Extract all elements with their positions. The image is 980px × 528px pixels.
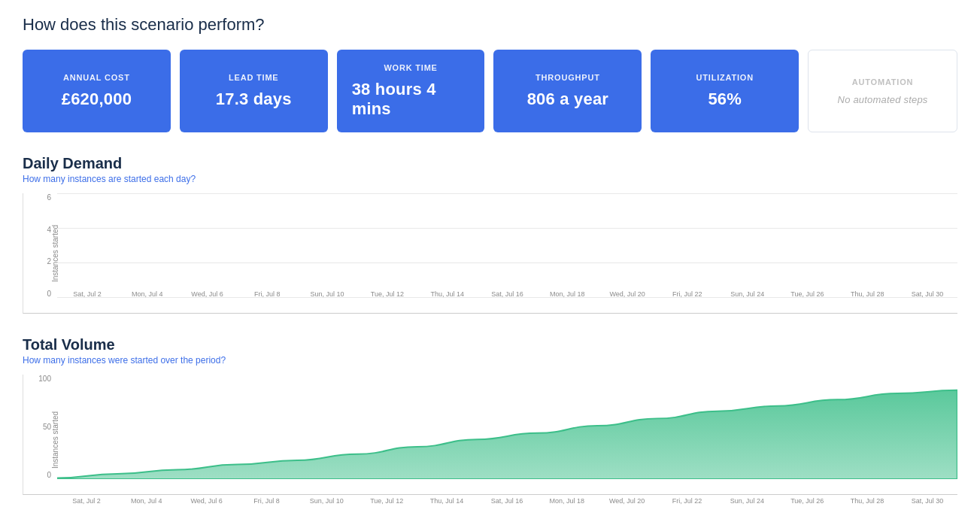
bar-chart-wrapper: Sat, Jul 2Mon, Jul 4Wed, Jul 6Fri, Jul 8…	[57, 193, 957, 298]
kpi-value-automation: No automated steps	[838, 94, 928, 105]
bars-inner: Sat, Jul 2Mon, Jul 4Wed, Jul 6Fri, Jul 8…	[57, 193, 957, 298]
y-axis-labels: 6420	[23, 193, 55, 298]
bar-group: Fri, Jul 8	[237, 288, 297, 298]
kpi-value-work-time: 38 hours 4 mins	[352, 80, 470, 119]
bar-chart-container: 6420 Sat, Jul 2Mon, Jul 4Wed, Jul 6Fri, …	[23, 193, 957, 314]
x-label: Fri, Jul 22	[657, 497, 718, 505]
bar-group: Tue, Jul 26	[778, 288, 838, 298]
x-label: Mon, Jul 18	[537, 497, 597, 505]
y-tick: 2	[47, 257, 51, 266]
x-label: Wed, Jul 6	[177, 497, 237, 505]
kpi-card-utilization: UTILIZATION56%	[651, 50, 799, 132]
daily-demand-section: Daily Demand How many instances are star…	[23, 155, 957, 314]
x-label: Wed, Jul 20	[597, 497, 657, 505]
x-label: Mon, Jul 4	[117, 497, 177, 505]
kpi-value-throughput: 806 a year	[527, 90, 608, 109]
bar-group: Mon, Jul 18	[537, 288, 597, 298]
page-title: How does this scenario perform?	[23, 15, 957, 35]
kpi-label-lead-time: LEAD TIME	[229, 73, 278, 82]
x-label: Thu, Jul 14	[417, 497, 477, 505]
daily-demand-subtitle: How many instances are started each day?	[23, 174, 957, 184]
bar-label: Fri, Jul 8	[254, 290, 281, 298]
kpi-label-annual-cost: ANNUAL COST	[63, 73, 130, 82]
y-tick: 4	[47, 226, 51, 234]
bar-label: Sat, Jul 30	[912, 290, 944, 298]
bar-label: Tue, Jul 26	[790, 290, 824, 298]
bar-group: Fri, Jul 22	[657, 288, 718, 298]
kpi-card-annual-cost: ANNUAL COST£620,000	[23, 50, 171, 132]
y-tick: 6	[47, 193, 51, 202]
x-label: Sat, Jul 16	[477, 497, 537, 505]
bar-label: Sat, Jul 2	[73, 290, 102, 298]
x-labels-area: Sat, Jul 2Mon, Jul 4Wed, Jul 6Fri, Jul 8…	[23, 497, 957, 505]
daily-demand-title: Daily Demand	[23, 155, 957, 172]
bar-label: Sun, Jul 10	[311, 290, 344, 298]
x-label: Sun, Jul 10	[296, 497, 357, 505]
x-label: Tue, Jul 26	[777, 497, 837, 505]
x-label: Sat, Jul 30	[897, 497, 957, 505]
area-svg	[57, 375, 957, 479]
y-tick: 100	[38, 375, 51, 383]
bar-group: Tue, Jul 12	[357, 288, 417, 298]
bar-group: Sat, Jul 30	[897, 288, 957, 298]
kpi-value-utilization: 56%	[708, 90, 742, 109]
bar-group: Mon, Jul 4	[117, 288, 177, 298]
kpi-card-lead-time: LEAD TIME17.3 days	[180, 50, 328, 132]
area-path	[57, 390, 957, 479]
daily-demand-chart: Instances started 6420 Sat, Jul 2Mon, Ju…	[23, 193, 957, 314]
kpi-label-utilization: UTILIZATION	[696, 73, 754, 82]
y-tick: 0	[47, 290, 51, 298]
total-volume-title: Total Volume	[23, 336, 957, 354]
bar-label: Sat, Jul 16	[491, 290, 523, 298]
kpi-value-annual-cost: £620,000	[62, 90, 132, 109]
kpi-label-work-time: WORK TIME	[384, 63, 437, 72]
x-label: Tue, Jul 12	[357, 497, 417, 505]
total-volume-section: Total Volume How many instances were sta…	[23, 336, 957, 505]
bar-label: Sun, Jul 24	[730, 290, 764, 298]
bar-group: Thu, Jul 14	[417, 288, 478, 298]
bar-group: Thu, Jul 28	[837, 288, 897, 298]
bar-label: Thu, Jul 14	[430, 290, 464, 298]
area-chart-inner	[57, 375, 957, 479]
x-label: Sat, Jul 2	[56, 497, 117, 505]
area-chart-container: 100500	[23, 375, 957, 495]
bar-label: Wed, Jul 20	[609, 290, 645, 298]
total-volume-chart: Instances started 100500 Sat, J	[23, 375, 957, 505]
kpi-card-throughput: THROUGHPUT806 a year	[493, 50, 642, 132]
bar-group: Sat, Jul 2	[57, 288, 117, 298]
bar-label: Fri, Jul 22	[672, 290, 702, 298]
x-label: Thu, Jul 28	[837, 497, 897, 505]
x-label: Sun, Jul 24	[717, 497, 777, 505]
kpi-value-lead-time: 17.3 days	[216, 90, 292, 109]
bar-label: Thu, Jul 28	[851, 290, 884, 298]
bar-group: Wed, Jul 20	[597, 288, 657, 298]
bar-group: Wed, Jul 6	[177, 288, 238, 298]
x-label: Fri, Jul 8	[237, 497, 297, 505]
bar-group: Sun, Jul 10	[297, 288, 357, 298]
kpi-card-work-time: WORK TIME38 hours 4 mins	[337, 50, 485, 132]
bar-group: Sat, Jul 16	[478, 288, 538, 298]
y-tick: 0	[47, 471, 51, 479]
bar-label: Mon, Jul 18	[550, 290, 585, 298]
y-axis-labels-area: 100500	[23, 375, 55, 479]
kpi-card-automation: AUTOMATIONNo automated steps	[808, 50, 957, 132]
bar-label: Mon, Jul 4	[132, 290, 163, 298]
bar-label: Wed, Jul 6	[191, 290, 223, 298]
kpi-label-automation: AUTOMATION	[852, 77, 914, 86]
total-volume-subtitle: How many instances were started over the…	[23, 355, 957, 366]
bar-label: Tue, Jul 12	[371, 290, 404, 298]
kpi-row: ANNUAL COST£620,000LEAD TIME17.3 daysWOR…	[23, 50, 957, 132]
bar-group: Sun, Jul 24	[718, 288, 778, 298]
y-tick: 50	[43, 423, 51, 431]
kpi-label-throughput: THROUGHPUT	[536, 73, 600, 82]
